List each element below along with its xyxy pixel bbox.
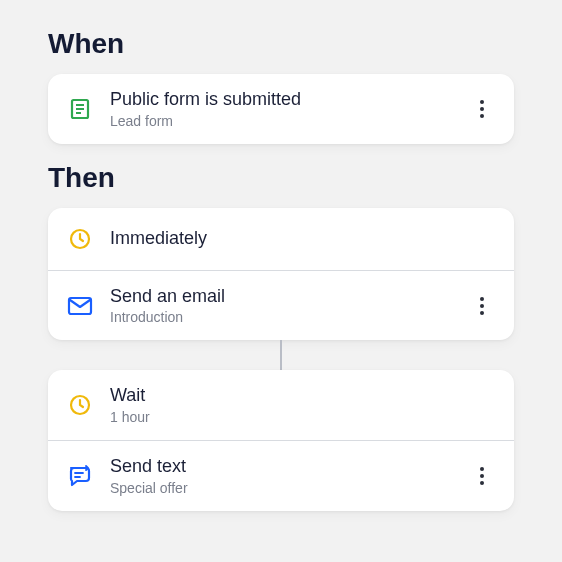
timing-text: Immediately [110,227,496,250]
action-menu-button[interactable] [468,292,496,320]
trigger-subtitle: Lead form [110,112,468,130]
action-row[interactable]: Send an email Introduction [48,270,514,341]
connector-line [280,340,282,370]
action-subtitle: Special offer [110,479,468,497]
then-heading: Then [48,162,514,194]
when-heading: When [48,28,514,60]
clock-icon [66,225,94,253]
more-icon [480,100,484,118]
wait-text: Wait 1 hour [110,384,496,426]
action-row[interactable]: Send text Special offer [48,440,514,511]
trigger-title: Public form is submitted [110,88,468,111]
action-group-1: Wait 1 hour Send text Special offer [48,370,514,510]
trigger-row: Public form is submitted Lead form [48,74,514,144]
more-icon [480,297,484,315]
action-text: Send an email Introduction [110,285,468,327]
wait-row[interactable]: Wait 1 hour [48,370,514,440]
form-icon [66,95,94,123]
action-title: Send an email [110,285,468,308]
timing-title: Immediately [110,227,496,250]
more-icon [480,467,484,485]
trigger-menu-button[interactable] [468,95,496,123]
wait-subtitle: 1 hour [110,408,496,426]
action-menu-button[interactable] [468,462,496,490]
action-text: Send text Special offer [110,455,468,497]
sms-icon [66,462,94,490]
action-title: Send text [110,455,468,478]
timing-row[interactable]: Immediately [48,208,514,270]
action-group-0: Immediately Send an email Introduction [48,208,514,341]
email-icon [66,292,94,320]
trigger-text: Public form is submitted Lead form [110,88,468,130]
wait-title: Wait [110,384,496,407]
trigger-card[interactable]: Public form is submitted Lead form [48,74,514,144]
clock-icon [66,391,94,419]
action-subtitle: Introduction [110,308,468,326]
